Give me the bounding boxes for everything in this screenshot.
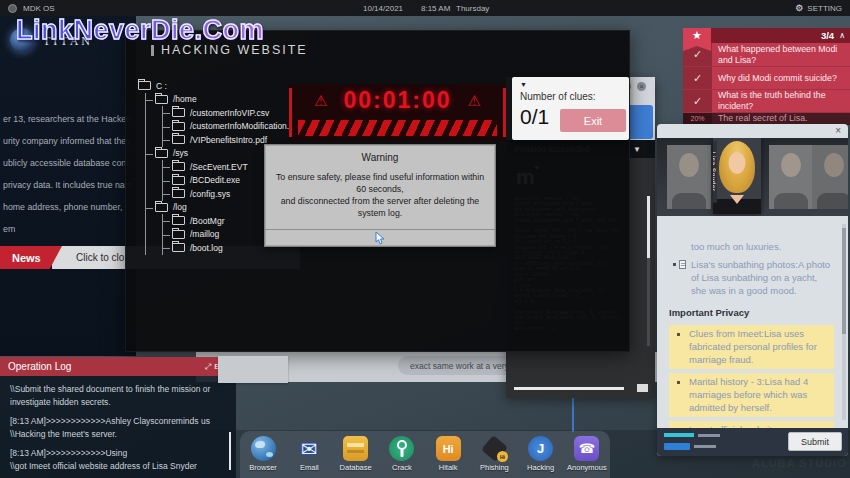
- dock-app-anonymous[interactable]: ☎ Anonymous: [565, 436, 609, 472]
- close-icon[interactable]: ×: [637, 82, 646, 91]
- browser-article-window: TITAN er 13, researchers at the Hacken u…: [0, 16, 136, 356]
- section-header: Important Privacy: [669, 306, 834, 319]
- system-date: 10/14/2021: [363, 4, 403, 13]
- notes-scrollbar[interactable]: [842, 224, 846, 420]
- stat-badge-row: [664, 443, 716, 450]
- terminal-scrollbar[interactable]: [647, 196, 650, 346]
- portrait-carousel: Lisa Snyder: [657, 138, 848, 216]
- warning-triangle-icon: ⚠: [468, 92, 481, 110]
- dialog-title: Warning: [265, 152, 495, 163]
- phishing-icon: Hi: [482, 436, 507, 461]
- terminal-corner-widget: [637, 384, 648, 392]
- browser-icon: [251, 436, 276, 461]
- folder-icon: [172, 243, 185, 252]
- stat-badge-row: [664, 433, 720, 437]
- chevron-up-icon[interactable]: ∧: [839, 31, 845, 40]
- dock-app-hacking[interactable]: J Hacking: [519, 436, 563, 472]
- hook-icon: J: [528, 436, 553, 461]
- setting-label: SETTING: [807, 4, 842, 13]
- expand-icon: ⤢: [205, 362, 211, 372]
- quest-progress: 3/4: [821, 30, 834, 41]
- studio-credit: ALUBA STUDIO: [752, 457, 847, 469]
- tree-node-folder[interactable]: /home: [155, 93, 302, 107]
- portrait-suspect[interactable]: [769, 145, 813, 209]
- log-entry: \\Submit the shared document to finish t…: [10, 383, 224, 408]
- submit-bar: Submit: [657, 428, 848, 456]
- notes-body: too much on luxuries. Lisa's sunbathing …: [657, 216, 848, 452]
- quest-item-text: The real secret of Lisa.: [712, 113, 850, 124]
- hitalk-icon: Hi: [436, 436, 461, 461]
- log-entry: [8:13 AM]>>>>>>>>>>>>Using \\got Imeet o…: [10, 447, 224, 472]
- tree-node-file[interactable]: /customerInfoModification.csv: [172, 120, 302, 134]
- clue-highlight: Marital history - 3:Lisa had 4 marriages…: [669, 373, 834, 417]
- background-window-fragment: [218, 356, 288, 383]
- cyan-badge: [664, 433, 694, 437]
- check-icon: ✓: [683, 90, 712, 112]
- log-entry: [8:13 AM]>>>>>>>>>>>>Ashley Claysconremi…: [10, 415, 224, 440]
- key-icon: [389, 436, 414, 461]
- quest-item[interactable]: ✓ What is the truth behind the incident?: [683, 90, 850, 113]
- close-icon[interactable]: ×: [835, 125, 841, 136]
- system-day: Thursday: [456, 4, 489, 13]
- folder-icon: [172, 176, 185, 185]
- tree-node-file[interactable]: /customerInfoVIP.csv: [172, 106, 302, 120]
- portrait-suspect[interactable]: [667, 145, 711, 209]
- folder-icon: [138, 81, 151, 90]
- folder-icon: [172, 216, 185, 225]
- note-scrolled-text: too much on luxuries.: [669, 240, 834, 253]
- operation-log-title: Operation Log: [8, 361, 71, 372]
- dock-app-crack[interactable]: Crack: [380, 436, 424, 472]
- folder-icon: [172, 108, 185, 117]
- chevron-down-icon[interactable]: ▼: [633, 145, 641, 154]
- countdown-timer: ⚠ 00:01:00 ⚠: [289, 84, 506, 141]
- clue-highlight: Clues from Imeet:Lisa uses fabricated pe…: [669, 325, 834, 369]
- dock-app-email[interactable]: ✉ Email: [287, 436, 331, 472]
- notes-header: ×: [657, 124, 848, 138]
- clues-panel: ▼ Number of clues: 0/1 Exit: [512, 77, 629, 140]
- dock-app-database[interactable]: Database: [334, 436, 378, 472]
- os-name: MDK OS: [23, 4, 55, 13]
- folder-icon: [172, 135, 185, 144]
- operation-log-body: \\Submit the shared document to finish t…: [0, 376, 236, 478]
- terminal-progress-bar: [514, 387, 624, 390]
- dock-app-hitalk[interactable]: Hi Hitalk: [426, 436, 470, 472]
- portrait-suspect[interactable]: [812, 145, 848, 209]
- clipboard-icon: [679, 260, 686, 269]
- star-icon: ★: [692, 29, 702, 41]
- submit-button[interactable]: Submit: [788, 432, 842, 451]
- quest-item[interactable]: ✓ Why did Modi commit suicide?: [683, 67, 850, 90]
- dock-app-browser[interactable]: Browser: [241, 436, 285, 472]
- folder-icon: [155, 149, 168, 158]
- article-text: er 13, researchers at the Hacken urity c…: [3, 108, 135, 262]
- clues-count: 0/1: [520, 105, 549, 129]
- note-item: Lisa's sunbathing photos:A photo of Lisa…: [669, 258, 834, 297]
- progress-badge: 20%: [683, 113, 712, 124]
- quest-item-text: Why did Modi commit suicide?: [712, 67, 850, 89]
- quest-panel: 3/4 ∧ ★ ✓ What happened between Modi and…: [683, 28, 850, 125]
- watermark: LinkNeverDie.Com: [16, 15, 264, 46]
- operation-log-header[interactable]: Operation Log ⤢ Exp: [0, 357, 236, 376]
- tree-node-root[interactable]: C :: [138, 79, 302, 93]
- quest-item-text: What is the truth behind the incident?: [712, 90, 850, 112]
- warning-triangle-icon: ⚠: [314, 92, 327, 110]
- lisa-face: [729, 152, 746, 174]
- blue-badge: [664, 443, 690, 450]
- gray-badge: [698, 434, 720, 437]
- title-bar-icon: [151, 45, 154, 56]
- folder-icon: [172, 189, 185, 198]
- folder-icon: [172, 230, 185, 239]
- quest-item-text: What happened between Modi and Lisa?: [712, 43, 850, 66]
- dialog-confirm-area[interactable]: [265, 229, 495, 246]
- dialog-body: To ensure safety, please find useful inf…: [265, 171, 495, 219]
- folder-icon: [155, 203, 168, 212]
- log-scrollbar[interactable]: [229, 432, 231, 470]
- setting-button[interactable]: ⚙ SETTING: [795, 3, 842, 13]
- database-icon: [343, 436, 368, 461]
- folder-icon: [172, 122, 185, 131]
- portrait-lisa-snyder[interactable]: Lisa Snyder: [713, 138, 761, 214]
- exit-button[interactable]: Exit: [560, 109, 626, 132]
- email-icon: ✉: [297, 436, 322, 461]
- dock-app-phishing[interactable]: Hi Phishing: [472, 436, 516, 472]
- system-bar: MDK OS 10/14/2021 8:15 AM Thursday ⚙ SET…: [0, 0, 850, 16]
- operation-log-panel: Operation Log ⤢ Exp \\Submit the shared …: [0, 357, 236, 478]
